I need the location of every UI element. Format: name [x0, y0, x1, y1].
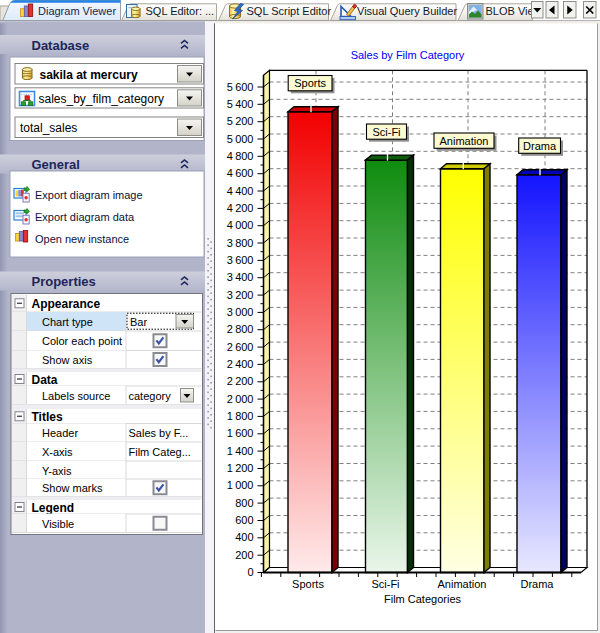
svg-text:5 400: 5 400 [227, 98, 254, 110]
svg-text:SQL Script Editor: SQL Script Editor [247, 5, 332, 17]
svg-text:2 200: 2 200 [227, 375, 254, 387]
svg-text:Appearance: Appearance [32, 297, 101, 311]
svg-text:Export diagram image: Export diagram image [35, 189, 143, 201]
svg-text:category: category [129, 390, 172, 402]
svg-text:1 200: 1 200 [227, 462, 254, 474]
svg-text:Chart type: Chart type [42, 316, 93, 328]
svg-text:total_sales: total_sales [20, 121, 77, 135]
svg-text:Legend: Legend [32, 501, 75, 515]
svg-text:Y-axis: Y-axis [42, 465, 72, 477]
svg-text:Animation: Animation [438, 578, 487, 590]
svg-text:Export diagram data: Export diagram data [35, 211, 135, 223]
svg-text:400: 400 [235, 531, 253, 543]
svg-text:Header: Header [42, 427, 78, 439]
svg-text:Properties: Properties [32, 274, 96, 289]
svg-text:4 400: 4 400 [227, 185, 254, 197]
svg-text:Sports: Sports [292, 578, 324, 590]
svg-text:1 400: 1 400 [227, 445, 254, 457]
svg-text:4 000: 4 000 [227, 219, 254, 231]
svg-text:Labels source: Labels source [42, 390, 111, 402]
svg-text:Visual Query Builder: Visual Query Builder [357, 5, 457, 17]
svg-text:3 400: 3 400 [227, 271, 254, 283]
svg-text:0: 0 [247, 566, 253, 578]
svg-text:4 800: 4 800 [227, 150, 254, 162]
svg-text:Film Categ...: Film Categ... [129, 446, 191, 458]
svg-text:Drama: Drama [523, 140, 557, 152]
svg-text:200: 200 [235, 549, 253, 561]
svg-text:2 600: 2 600 [227, 341, 254, 353]
svg-text:Drama: Drama [520, 578, 554, 590]
svg-text:600: 600 [235, 514, 253, 526]
svg-text:1 600: 1 600 [227, 427, 254, 439]
svg-text:5 000: 5 000 [227, 133, 254, 145]
svg-text:Color each point: Color each point [42, 335, 122, 347]
svg-text:Diagram Viewer: Diagram Viewer [38, 5, 116, 17]
svg-text:1 800: 1 800 [227, 410, 254, 422]
svg-text:Database: Database [32, 38, 90, 53]
svg-text:5 600: 5 600 [227, 81, 254, 93]
svg-text:SQL Editor: ...: SQL Editor: ... [146, 5, 215, 17]
svg-text:4 600: 4 600 [227, 167, 254, 179]
svg-text:Titles: Titles [32, 410, 63, 424]
svg-text:Visible: Visible [42, 518, 74, 530]
svg-text:Animation: Animation [440, 135, 489, 147]
svg-text:Show axis: Show axis [42, 354, 93, 366]
svg-text:2 000: 2 000 [227, 393, 254, 405]
svg-text:Sales by F...: Sales by F... [129, 427, 189, 439]
svg-text:4 200: 4 200 [227, 202, 254, 214]
svg-text:General: General [32, 157, 80, 172]
svg-text:3 800: 3 800 [227, 237, 254, 249]
svg-text:Open new instance: Open new instance [35, 233, 129, 245]
svg-text:2 800: 2 800 [227, 323, 254, 335]
svg-text:sales_by_film_category: sales_by_film_category [39, 92, 164, 106]
svg-text:1 000: 1 000 [227, 479, 254, 491]
svg-text:Sales by Film Category: Sales by Film Category [351, 49, 465, 61]
svg-text:Bar: Bar [130, 316, 147, 328]
svg-text:Show marks: Show marks [42, 482, 103, 494]
svg-text:5 200: 5 200 [227, 115, 254, 127]
svg-text:Film Categories: Film Categories [384, 593, 462, 605]
svg-text:Sci-Fi: Sci-Fi [371, 578, 399, 590]
svg-text:800: 800 [235, 497, 253, 509]
svg-text:Sci-Fi: Sci-Fi [372, 126, 400, 138]
svg-text:X-axis: X-axis [42, 446, 73, 458]
svg-text:3 600: 3 600 [227, 254, 254, 266]
svg-text:3 000: 3 000 [227, 306, 254, 318]
svg-text:3 200: 3 200 [227, 289, 254, 301]
svg-text:Data: Data [32, 373, 58, 387]
svg-text:Sports: Sports [294, 77, 326, 89]
svg-text:sakila at mercury: sakila at mercury [40, 68, 138, 82]
svg-text:2 400: 2 400 [227, 358, 254, 370]
